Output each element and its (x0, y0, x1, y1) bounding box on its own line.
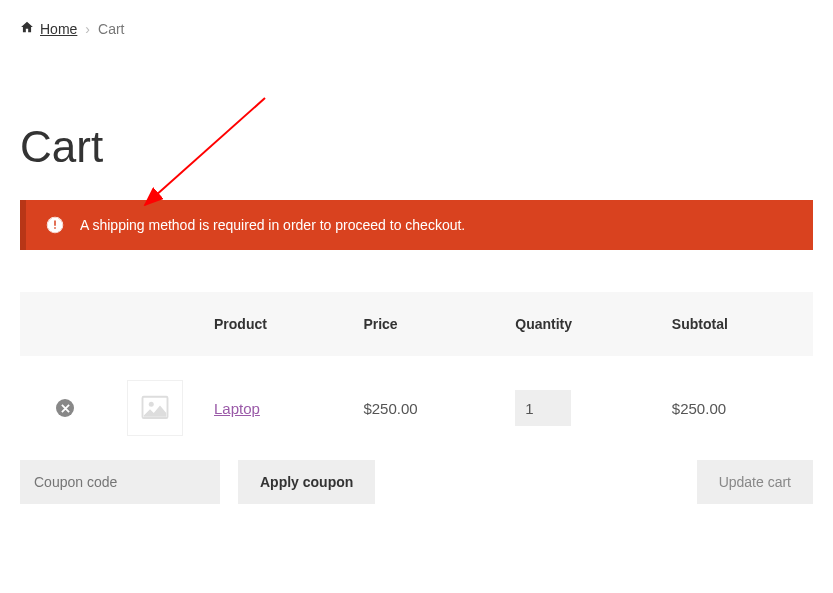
cell-subtotal: $250.00 (658, 356, 813, 460)
breadcrumb: Home › Cart (20, 20, 813, 37)
coupon-input[interactable] (20, 460, 220, 504)
product-link[interactable]: Laptop (214, 400, 260, 417)
col-header-remove (20, 292, 110, 356)
col-header-quantity: Quantity (501, 292, 658, 356)
breadcrumb-home[interactable]: Home (20, 20, 77, 37)
close-icon (61, 404, 70, 413)
svg-rect-6 (54, 227, 56, 229)
col-header-product: Product (200, 292, 349, 356)
col-header-price: Price (349, 292, 501, 356)
error-alert: A shipping method is required in order t… (20, 200, 813, 250)
placeholder-image-icon (140, 393, 170, 423)
table-row: Laptop $250.00 $250.00 (20, 356, 813, 460)
update-cart-button[interactable]: Update cart (697, 460, 813, 504)
svg-rect-5 (54, 221, 56, 226)
svg-point-8 (149, 402, 154, 407)
cart-actions-row: Apply coupon Update cart (20, 460, 813, 504)
home-icon (20, 20, 34, 37)
breadcrumb-current: Cart (98, 21, 124, 37)
page-title: Cart (20, 122, 813, 172)
cell-price: $250.00 (349, 356, 501, 460)
breadcrumb-home-link[interactable]: Home (40, 21, 77, 37)
apply-coupon-button[interactable]: Apply coupon (238, 460, 375, 504)
coupon-wrap: Apply coupon (20, 460, 375, 504)
alert-icon (46, 216, 64, 234)
quantity-input[interactable] (515, 390, 571, 426)
cart-table: Product Price Quantity Subtotal (20, 292, 813, 460)
col-header-subtotal: Subtotal (658, 292, 813, 356)
product-thumbnail[interactable] (127, 380, 183, 436)
col-header-thumb (110, 292, 200, 356)
alert-message: A shipping method is required in order t… (80, 217, 465, 233)
table-header-row: Product Price Quantity Subtotal (20, 292, 813, 356)
breadcrumb-separator: › (85, 21, 90, 37)
remove-item-button[interactable] (56, 399, 74, 417)
